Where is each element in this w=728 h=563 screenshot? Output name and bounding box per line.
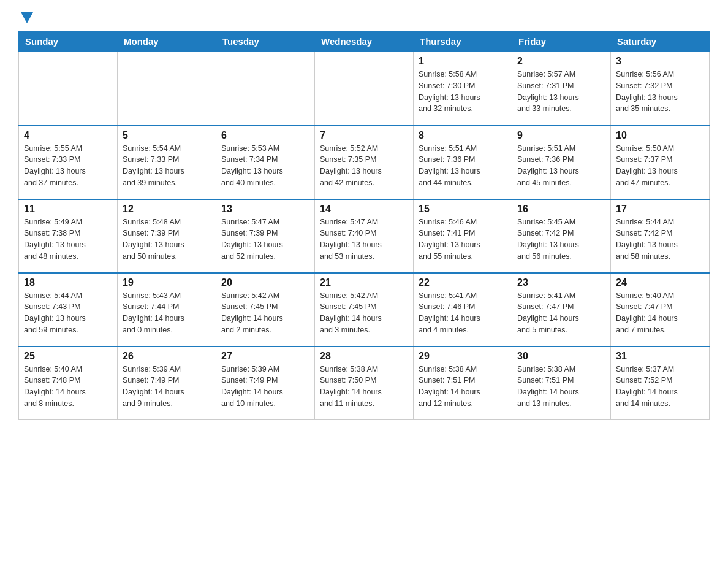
day-info: Sunrise: 5:39 AMSunset: 7:49 PMDaylight:… <box>221 364 309 410</box>
day-header-sunday: Sunday <box>19 31 118 52</box>
day-info: Sunrise: 5:58 AMSunset: 7:30 PMDaylight:… <box>419 69 507 115</box>
day-info: Sunrise: 5:51 AMSunset: 7:36 PMDaylight:… <box>517 143 605 189</box>
calendar-cell: 19Sunrise: 5:43 AMSunset: 7:44 PMDayligh… <box>118 273 216 347</box>
calendar-cell: 4Sunrise: 5:55 AMSunset: 7:33 PMDaylight… <box>19 126 118 199</box>
day-number: 27 <box>221 351 309 362</box>
day-info: Sunrise: 5:54 AMSunset: 7:33 PMDaylight:… <box>123 143 211 189</box>
day-header-friday: Friday <box>512 31 611 52</box>
calendar-cell: 9Sunrise: 5:51 AMSunset: 7:36 PMDaylight… <box>512 126 611 199</box>
day-number: 5 <box>123 130 211 141</box>
calendar-cell: 21Sunrise: 5:42 AMSunset: 7:45 PMDayligh… <box>315 273 414 347</box>
page-header <box>18 12 710 21</box>
day-info: Sunrise: 5:38 AMSunset: 7:51 PMDaylight:… <box>517 364 605 410</box>
calendar-cell <box>315 52 414 126</box>
day-info: Sunrise: 5:42 AMSunset: 7:45 PMDaylight:… <box>221 290 309 336</box>
day-number: 22 <box>419 277 507 288</box>
day-number: 19 <box>123 277 211 288</box>
calendar-cell: 15Sunrise: 5:46 AMSunset: 7:41 PMDayligh… <box>414 199 512 273</box>
calendar-week-row: 11Sunrise: 5:49 AMSunset: 7:38 PMDayligh… <box>19 199 710 273</box>
calendar-cell: 14Sunrise: 5:47 AMSunset: 7:40 PMDayligh… <box>315 199 414 273</box>
day-number: 23 <box>517 277 605 288</box>
day-info: Sunrise: 5:38 AMSunset: 7:50 PMDaylight:… <box>320 364 408 410</box>
day-info: Sunrise: 5:46 AMSunset: 7:41 PMDaylight:… <box>419 216 507 262</box>
day-info: Sunrise: 5:51 AMSunset: 7:36 PMDaylight:… <box>419 143 507 189</box>
calendar-cell: 1Sunrise: 5:58 AMSunset: 7:30 PMDaylight… <box>414 52 512 126</box>
calendar-cell: 6Sunrise: 5:53 AMSunset: 7:34 PMDaylight… <box>216 126 315 199</box>
day-number: 14 <box>320 204 408 215</box>
calendar-cell: 13Sunrise: 5:47 AMSunset: 7:39 PMDayligh… <box>216 199 315 273</box>
day-number: 2 <box>517 56 605 67</box>
day-number: 1 <box>419 56 507 67</box>
logo <box>18 12 33 21</box>
day-info: Sunrise: 5:48 AMSunset: 7:39 PMDaylight:… <box>123 216 211 262</box>
day-info: Sunrise: 5:47 AMSunset: 7:40 PMDaylight:… <box>320 216 408 262</box>
calendar-table: SundayMondayTuesdayWednesdayThursdayFrid… <box>18 31 710 420</box>
day-info: Sunrise: 5:38 AMSunset: 7:51 PMDaylight:… <box>419 364 507 410</box>
calendar-cell <box>216 52 315 126</box>
day-number: 28 <box>320 351 408 362</box>
day-header-wednesday: Wednesday <box>315 31 414 52</box>
day-number: 16 <box>517 204 605 215</box>
calendar-cell: 5Sunrise: 5:54 AMSunset: 7:33 PMDaylight… <box>118 126 216 199</box>
day-header-saturday: Saturday <box>611 31 710 52</box>
day-number: 30 <box>517 351 605 362</box>
day-number: 11 <box>24 204 112 215</box>
day-header-monday: Monday <box>118 31 216 52</box>
calendar-cell: 2Sunrise: 5:57 AMSunset: 7:31 PMDaylight… <box>512 52 611 126</box>
day-info: Sunrise: 5:39 AMSunset: 7:49 PMDaylight:… <box>123 364 211 410</box>
day-number: 4 <box>24 130 112 141</box>
day-number: 3 <box>616 56 704 67</box>
day-number: 20 <box>221 277 309 288</box>
calendar-cell: 28Sunrise: 5:38 AMSunset: 7:50 PMDayligh… <box>315 347 414 420</box>
day-info: Sunrise: 5:56 AMSunset: 7:32 PMDaylight:… <box>616 69 704 115</box>
day-header-tuesday: Tuesday <box>216 31 315 52</box>
day-number: 25 <box>24 351 112 362</box>
day-number: 21 <box>320 277 408 288</box>
calendar-week-row: 25Sunrise: 5:40 AMSunset: 7:48 PMDayligh… <box>19 347 710 420</box>
calendar-cell: 20Sunrise: 5:42 AMSunset: 7:45 PMDayligh… <box>216 273 315 347</box>
calendar-cell: 22Sunrise: 5:41 AMSunset: 7:46 PMDayligh… <box>414 273 512 347</box>
day-info: Sunrise: 5:53 AMSunset: 7:34 PMDaylight:… <box>221 143 309 189</box>
day-number: 18 <box>24 277 112 288</box>
day-info: Sunrise: 5:55 AMSunset: 7:33 PMDaylight:… <box>24 143 112 189</box>
calendar-cell: 31Sunrise: 5:37 AMSunset: 7:52 PMDayligh… <box>611 347 710 420</box>
calendar-week-row: 4Sunrise: 5:55 AMSunset: 7:33 PMDaylight… <box>19 126 710 199</box>
day-number: 17 <box>616 204 704 215</box>
day-info: Sunrise: 5:43 AMSunset: 7:44 PMDaylight:… <box>123 290 211 336</box>
day-number: 9 <box>517 130 605 141</box>
calendar-cell: 30Sunrise: 5:38 AMSunset: 7:51 PMDayligh… <box>512 347 611 420</box>
day-number: 26 <box>123 351 211 362</box>
calendar-cell: 18Sunrise: 5:44 AMSunset: 7:43 PMDayligh… <box>19 273 118 347</box>
calendar-cell: 23Sunrise: 5:41 AMSunset: 7:47 PMDayligh… <box>512 273 611 347</box>
calendar-cell: 11Sunrise: 5:49 AMSunset: 7:38 PMDayligh… <box>19 199 118 273</box>
calendar-cell: 24Sunrise: 5:40 AMSunset: 7:47 PMDayligh… <box>611 273 710 347</box>
calendar-cell: 10Sunrise: 5:50 AMSunset: 7:37 PMDayligh… <box>611 126 710 199</box>
calendar-cell: 7Sunrise: 5:52 AMSunset: 7:35 PMDaylight… <box>315 126 414 199</box>
day-info: Sunrise: 5:49 AMSunset: 7:38 PMDaylight:… <box>24 216 112 262</box>
day-info: Sunrise: 5:47 AMSunset: 7:39 PMDaylight:… <box>221 216 309 262</box>
calendar-week-row: 18Sunrise: 5:44 AMSunset: 7:43 PMDayligh… <box>19 273 710 347</box>
calendar-cell: 12Sunrise: 5:48 AMSunset: 7:39 PMDayligh… <box>118 199 216 273</box>
day-info: Sunrise: 5:40 AMSunset: 7:47 PMDaylight:… <box>616 290 704 336</box>
calendar-cell: 17Sunrise: 5:44 AMSunset: 7:42 PMDayligh… <box>611 199 710 273</box>
day-number: 7 <box>320 130 408 141</box>
day-info: Sunrise: 5:44 AMSunset: 7:43 PMDaylight:… <box>24 290 112 336</box>
calendar-header-row: SundayMondayTuesdayWednesdayThursdayFrid… <box>19 31 710 52</box>
day-number: 13 <box>221 204 309 215</box>
day-info: Sunrise: 5:37 AMSunset: 7:52 PMDaylight:… <box>616 364 704 410</box>
day-info: Sunrise: 5:42 AMSunset: 7:45 PMDaylight:… <box>320 290 408 336</box>
calendar-cell: 3Sunrise: 5:56 AMSunset: 7:32 PMDaylight… <box>611 52 710 126</box>
day-number: 8 <box>419 130 507 141</box>
day-info: Sunrise: 5:57 AMSunset: 7:31 PMDaylight:… <box>517 69 605 115</box>
day-number: 29 <box>419 351 507 362</box>
calendar-cell: 16Sunrise: 5:45 AMSunset: 7:42 PMDayligh… <box>512 199 611 273</box>
day-info: Sunrise: 5:44 AMSunset: 7:42 PMDaylight:… <box>616 216 704 262</box>
day-number: 6 <box>221 130 309 141</box>
calendar-cell: 26Sunrise: 5:39 AMSunset: 7:49 PMDayligh… <box>118 347 216 420</box>
calendar-cell <box>118 52 216 126</box>
calendar-cell: 29Sunrise: 5:38 AMSunset: 7:51 PMDayligh… <box>414 347 512 420</box>
day-number: 31 <box>616 351 704 362</box>
day-info: Sunrise: 5:41 AMSunset: 7:46 PMDaylight:… <box>419 290 507 336</box>
day-number: 15 <box>419 204 507 215</box>
calendar-cell: 27Sunrise: 5:39 AMSunset: 7:49 PMDayligh… <box>216 347 315 420</box>
